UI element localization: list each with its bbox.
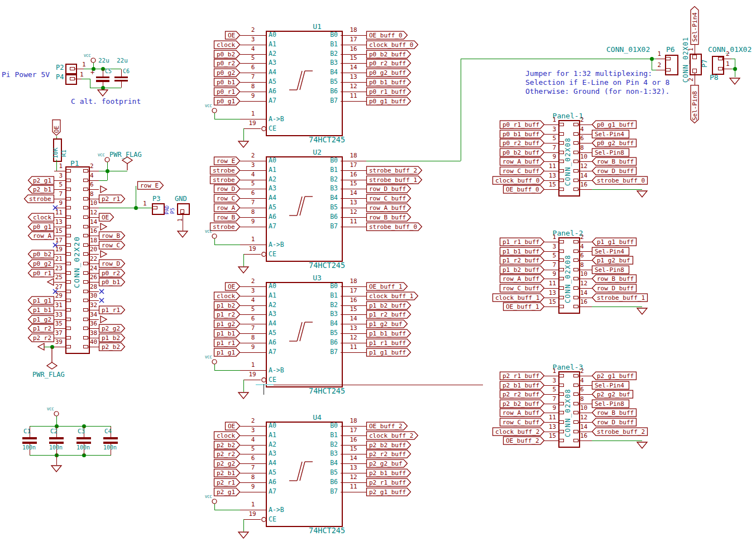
global-label-p1_g2_buf[interactable]: p1_g2_buf	[366, 319, 408, 328]
global-label-p2_g2_buf[interactable]: p2_g2_buf	[592, 390, 634, 399]
ref-U3[interactable]: U3	[313, 274, 322, 281]
pwr-flag-icon[interactable]	[46, 347, 58, 370]
global-label-row_B_buff[interactable]: row_B_buff	[592, 274, 637, 283]
value-U4[interactable]: 74HCT245	[309, 527, 345, 535]
global-label-p2_r2_buff[interactable]: p2_r2_buff	[500, 390, 545, 399]
global-label-p2_b1_buff[interactable]: p2_b1_buff	[500, 381, 545, 390]
global-label-p1_b2_buff[interactable]: p1_b2_buff	[500, 265, 545, 274]
global-label-row_D_buff[interactable]: row_D_buff	[592, 418, 637, 427]
global-label-clock_buff_0[interactable]: clock_buff_0	[492, 176, 545, 185]
ref-gnd-pad[interactable]: GND	[175, 195, 187, 202]
global-label-strobe[interactable]: strobe	[210, 166, 241, 175]
global-label-p0_b2_buff[interactable]: p0_b2_buff	[366, 50, 412, 59]
global-label-p0_b1[interactable]: p0_b1	[214, 78, 241, 87]
value-U1[interactable]: 74HCT245	[309, 136, 345, 144]
ref-p5[interactable]: P5	[170, 208, 175, 214]
value-c2[interactable]: 100n	[49, 445, 63, 451]
ref-p4[interactable]: P4	[56, 74, 64, 80]
value-c4[interactable]: 100n	[103, 445, 117, 451]
global-label-row_A_buff[interactable]: row_A_buff	[500, 157, 545, 166]
value-panel-1[interactable]: CONN_02X08	[564, 137, 571, 186]
global-label-p0_r2[interactable]: p0_r2	[99, 269, 126, 277]
global-label-p1_b1[interactable]: p1_b1	[28, 305, 55, 314]
global-label-OE[interactable]: OE	[225, 282, 241, 291]
global-label-p1_r1[interactable]: p1_r1	[214, 338, 241, 347]
global-label-p1_b1_buff[interactable]: p1_b1_buff	[366, 329, 412, 338]
global-label-clock_buff_2[interactable]: clock_buff_2	[492, 427, 545, 436]
ref-p6[interactable]: P6	[666, 46, 675, 53]
global-label-p2_r2_buff[interactable]: p2_r2_buff	[366, 449, 412, 458]
global-label-row_D[interactable]: row_D	[214, 184, 241, 193]
global-label-p1_g1_buff[interactable]: p1_g1_buff	[366, 348, 412, 357]
global-label-p2_g1[interactable]: p2_g1	[214, 487, 241, 496]
global-label-p2_g2[interactable]: p2_g2	[214, 459, 241, 468]
global-label-Sel-Pin4[interactable]: Sel-Pin4	[592, 381, 630, 390]
global-label-clock[interactable]: clock	[214, 291, 241, 300]
ref-c1[interactable]: C1	[23, 428, 31, 434]
global-label-p2_b1_buff[interactable]: p2_b1_buff	[366, 468, 412, 477]
value-r1[interactable]: 10K	[52, 147, 59, 159]
global-label-p2_b2_buff[interactable]: p2_b2_buff	[500, 399, 545, 408]
global-label-p0_r1[interactable]: p0_r1	[214, 87, 241, 96]
ref-p1[interactable]: P1	[70, 160, 79, 167]
global-label-strobe[interactable]: strobe	[24, 194, 55, 203]
global-label-row_C[interactable]: row_C	[99, 241, 126, 250]
global-label-p0_r2[interactable]: p0_r2	[214, 59, 241, 68]
global-label-p1_b1[interactable]: p1_b1	[214, 329, 241, 338]
global-label-row_D_buff[interactable]: row_D_buff	[366, 184, 412, 193]
global-label-p0_g2[interactable]: p0_g2	[214, 68, 241, 77]
global-label-p0_g1[interactable]: p0_g1	[28, 222, 55, 231]
global-label-p0_r1_buff[interactable]: p0_r1_buff	[366, 87, 412, 96]
global-label-p2_g1[interactable]: p2_g1	[28, 176, 55, 185]
global-label-row_B[interactable]: row_B	[214, 213, 241, 222]
global-label-p2_r2[interactable]: p2_r2	[214, 449, 241, 458]
value-panel-2[interactable]: CONN_02X08	[564, 255, 571, 303]
global-label-row_A[interactable]: row_A	[214, 203, 241, 212]
ref-panel-2[interactable]: Panel-2	[553, 229, 583, 237]
global-label-p2_g1_buff[interactable]: p2_g1_buff	[592, 371, 637, 380]
global-label-row_C_buff[interactable]: row_C_buff	[500, 166, 545, 175]
global-label-p1_g2[interactable]: p1_g2	[28, 315, 55, 324]
global-label-p0_r2_buff[interactable]: p0_r2_buff	[366, 59, 412, 68]
global-label-p0_b2_buff[interactable]: p0_b2_buff	[500, 148, 545, 157]
global-label-p0_g1_buff[interactable]: p0_g1_buff	[366, 97, 412, 106]
global-label-p2_b2[interactable]: p2_b2	[214, 441, 241, 449]
global-label-p0_b1_buff[interactable]: p0_b1_buff	[500, 130, 545, 138]
global-label-p0_r1_buff[interactable]: p0_r1_buff	[500, 120, 545, 129]
global-label-p1_r2[interactable]: p1_r2	[28, 324, 55, 333]
global-label-p1_r1_buff[interactable]: p1_r1_buff	[366, 338, 412, 347]
global-label-p0_g2[interactable]: p0_g2	[28, 259, 55, 268]
note-c-alt-footprint[interactable]: C alt. footprint	[71, 97, 141, 106]
value-c1[interactable]: 100n	[22, 445, 36, 451]
global-label-clock_buff_1[interactable]: clock_buff_1	[492, 293, 545, 302]
global-label-p1_g1_buff[interactable]: p1_g1_buff	[592, 237, 637, 246]
global-label-p1_r2_buff[interactable]: p1_r2_buff	[500, 256, 545, 265]
global-label-p0_g2_buff[interactable]: p0_g2_buff	[366, 68, 412, 77]
global-label-p1_b2_buff[interactable]: p1_b2_buff	[366, 301, 412, 310]
global-label-p1_r2_buff[interactable]: p1_r2_buff	[366, 310, 412, 319]
value-pad[interactable]: PAD	[165, 205, 170, 214]
global-label-p1_r1_buff[interactable]: p1_r1_buff	[500, 237, 545, 246]
global-label-p2_g2[interactable]: p2_g2	[99, 324, 126, 333]
global-label-p2_g1_buff[interactable]: p2_g1_buff	[366, 487, 412, 496]
ref-U2[interactable]: U2	[313, 149, 322, 156]
ref-r1[interactable]: R1	[61, 150, 67, 157]
global-label-p0_b1[interactable]: p0_b1	[99, 277, 126, 286]
global-label-Sel-Pin4[interactable]: Sel-Pin4	[592, 130, 630, 138]
global-label-p0_g1_buff[interactable]: p0_g1_buff	[592, 120, 637, 129]
global-label-p1_b2[interactable]: p1_b2	[214, 301, 241, 310]
global-label-row_E[interactable]: row_E	[214, 156, 241, 165]
global-label-row_C_buff[interactable]: row_C_buff	[500, 418, 545, 427]
global-label-p0_g1[interactable]: p0_g1	[214, 97, 241, 106]
global-label-strobe_buff_2[interactable]: strobe_buff_2	[592, 427, 648, 436]
ref-c6[interactable]: C6	[123, 69, 130, 74]
value-p6[interactable]: CONN_01X02	[606, 46, 650, 53]
global-label-p1_g2_buf[interactable]: p1_g2_buf	[592, 256, 634, 265]
global-label-strobe_buff_1[interactable]: strobe_buff_1	[366, 175, 423, 184]
value-p7[interactable]: CONN_02X01	[682, 37, 689, 83]
ref-p2[interactable]: P2	[56, 64, 64, 71]
global-label-OE[interactable]: OE	[225, 31, 241, 40]
global-label-p1_g1[interactable]: p1_g1	[28, 296, 55, 305]
global-label-row_A_buff[interactable]: row_A_buff	[366, 203, 412, 212]
global-label-p2_b1[interactable]: p2_b1	[28, 185, 55, 194]
